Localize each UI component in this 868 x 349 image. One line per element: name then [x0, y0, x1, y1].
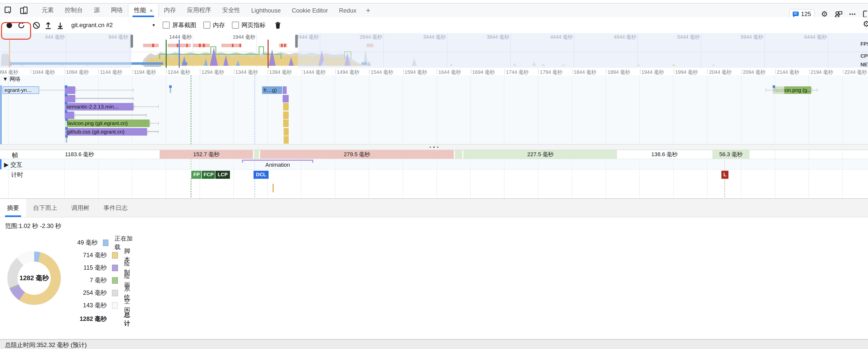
checkbox-box[interactable] — [232, 22, 239, 29]
network-request-row: favicon.png (git.egrant.cn) — [0, 119, 868, 127]
frame-segment[interactable]: 138.6 毫秒 — [617, 150, 712, 159]
selected-request-label[interactable]: egrant-yn… — [2, 86, 39, 94]
request-whisker — [812, 88, 817, 92]
legend-swatch — [112, 265, 118, 271]
details-tab-事件日志[interactable]: 事件日志 — [96, 199, 134, 217]
frame-segment[interactable]: 227.5 毫秒 — [463, 150, 618, 159]
network-request-bar[interactable] — [284, 128, 289, 135]
selected-range-text: 范围:1.02 秒 -2.30 秒 — [5, 222, 61, 231]
legend-total-label: 总计 — [124, 311, 135, 328]
overview-dim-left — [0, 33, 131, 68]
details-tab-摘要[interactable]: 摘要 — [0, 199, 26, 217]
network-request-row: egrant-yn…fr…g)favicon.png (g… — [0, 86, 868, 94]
legend-row-绘制: 115 毫秒绘制 — [0, 262, 135, 274]
record-button[interactable] — [3, 19, 15, 31]
request-whisker — [75, 113, 147, 117]
frame-segment[interactable]: 56.3 毫秒 — [712, 150, 750, 159]
request-queue-square — [65, 85, 67, 88]
inspect-element-icon[interactable] — [2, 5, 15, 16]
more-options-icon[interactable]: ⋯ — [849, 10, 857, 18]
details-tab-自下而上[interactable]: 自下而上 — [26, 199, 64, 217]
network-request-bar[interactable]: favicon.png (git.egrant.cn) — [65, 119, 150, 127]
network-request-bar[interactable]: fr…g) — [262, 86, 282, 94]
tab-安全性[interactable]: 安全性 — [217, 3, 246, 17]
checkbox-网页指标[interactable]: 网页指标 — [232, 21, 266, 29]
legend-value: 115 毫秒 — [0, 264, 107, 272]
legend-value: 49 毫秒 — [0, 238, 98, 247]
track-splitter-handle[interactable] — [0, 144, 868, 150]
network-request-bar[interactable] — [284, 136, 289, 144]
ruler-tick-label: 1094 毫秒 — [66, 69, 89, 76]
reload-and-record-button[interactable] — [15, 19, 27, 31]
request-label: fr…g) — [264, 87, 277, 93]
capture-settings-gear-icon[interactable]: ⚙ — [863, 19, 868, 29]
tab-网络[interactable]: 网络 — [105, 3, 128, 17]
settings-gear-icon[interactable]: ⚙ — [821, 10, 828, 18]
timing-marker-DCL[interactable]: DCL — [253, 171, 269, 179]
network-request-bar[interactable]: github.css (git.egrant.cn) — [65, 128, 147, 135]
legend-row-空闲: 143 毫秒空闲 — [0, 299, 135, 312]
tab-性能[interactable]: 性能× — [128, 3, 158, 17]
dock-side-icon[interactable] — [863, 10, 867, 17]
network-request-bar[interactable] — [283, 95, 289, 102]
tab-label: 应用程序 — [187, 6, 211, 14]
network-track-header[interactable]: ▼ 网络 — [2, 75, 21, 83]
request-whisker — [134, 105, 159, 109]
network-request-bar[interactable]: favicon.png (g… — [773, 86, 811, 94]
tab-应用程序[interactable]: 应用程序 — [182, 3, 217, 17]
add-tab-button[interactable]: + — [362, 6, 374, 14]
frame-segment[interactable]: 279.5 毫秒 — [259, 150, 454, 159]
network-request-bar[interactable] — [283, 119, 289, 127]
load-profile-icon[interactable] — [42, 19, 54, 31]
tab-源[interactable]: 源 — [88, 3, 105, 17]
close-tab-icon[interactable]: × — [150, 7, 153, 13]
request-whisker — [148, 130, 159, 133]
checkbox-内存[interactable]: 内存 — [203, 21, 225, 29]
tab-Lighthouse[interactable]: Lighthouse — [246, 3, 286, 17]
frame-segment[interactable]: 1183.6 毫秒 — [0, 150, 159, 159]
devtools-tabbar: 元素控制台源网络性能×内存应用程序安全性LighthouseCookie Edi… — [0, 3, 868, 17]
selection-handle-right[interactable] — [295, 35, 298, 48]
checkbox-box[interactable] — [203, 22, 210, 29]
interactions-track-label[interactable]: ▶︎ 交互 — [4, 161, 22, 169]
details-tab-调用树[interactable]: 调用树 — [64, 199, 96, 217]
request-connector-line — [40, 90, 64, 91]
network-request-bar[interactable] — [283, 86, 287, 94]
frame-segment[interactable]: 152.7 毫秒 — [159, 150, 253, 159]
ruler-tick-label: 1394 毫秒 — [269, 69, 292, 76]
tab-Cookie Editor[interactable]: Cookie Editor — [286, 3, 333, 17]
issues-count: 125 — [801, 10, 811, 17]
tab-Redux[interactable]: Redux — [333, 3, 362, 17]
legend-value: 7 毫秒 — [0, 276, 107, 285]
request-whisker — [766, 88, 774, 92]
selection-handle-left[interactable] — [130, 35, 133, 48]
checkbox-box[interactable] — [163, 22, 170, 29]
devtools-window: 元素控制台源网络性能×内存应用程序安全性LighthouseCookie Edi… — [0, 0, 868, 349]
network-request-bar[interactable]: semantic-2.2.13.min… — [65, 103, 133, 111]
timing-marker-L[interactable]: L — [721, 171, 728, 179]
device-toolbar-icon[interactable] — [17, 5, 30, 16]
network-request-bar[interactable] — [283, 111, 289, 119]
tab-控制台[interactable]: 控制台 — [59, 3, 88, 17]
save-profile-icon[interactable] — [54, 19, 66, 31]
clear-recordings-icon[interactable] — [30, 19, 42, 31]
timing-marker-FP[interactable]: FP — [191, 171, 202, 179]
tab-内存[interactable]: 内存 — [158, 3, 182, 17]
frame-segment[interactable] — [454, 150, 463, 159]
timeline-overview[interactable]: 444 毫秒944 毫秒1444 毫秒1944 毫秒2444 毫秒2944 毫秒… — [0, 33, 868, 68]
history-select[interactable]: git.egrant.cn #2 ▼ — [71, 22, 156, 29]
feedback-icon[interactable] — [834, 10, 842, 17]
ruler-tick-label: 1694 毫秒 — [472, 69, 495, 76]
tab-元素[interactable]: 元素 — [36, 3, 59, 17]
checkbox-屏幕截图[interactable]: 屏幕截图 — [163, 21, 196, 29]
status-bar: 总阻止时间:352.32 毫秒 (预计) — [0, 339, 868, 349]
network-request-bar[interactable] — [283, 103, 289, 111]
timing-marker-LCP[interactable]: LCP — [215, 171, 230, 179]
detail-time-ruler: 994 毫秒1044 毫秒1094 毫秒1144 毫秒1194 毫秒1244 毫… — [0, 68, 868, 76]
legend-swatch — [112, 302, 118, 309]
frame-segment[interactable] — [253, 150, 259, 159]
timing-marker-FCP[interactable]: FCP — [201, 171, 215, 179]
checkbox-label: 屏幕截图 — [172, 21, 196, 29]
delete-recording-icon[interactable] — [272, 19, 284, 31]
tab-label: Lighthouse — [251, 7, 281, 14]
